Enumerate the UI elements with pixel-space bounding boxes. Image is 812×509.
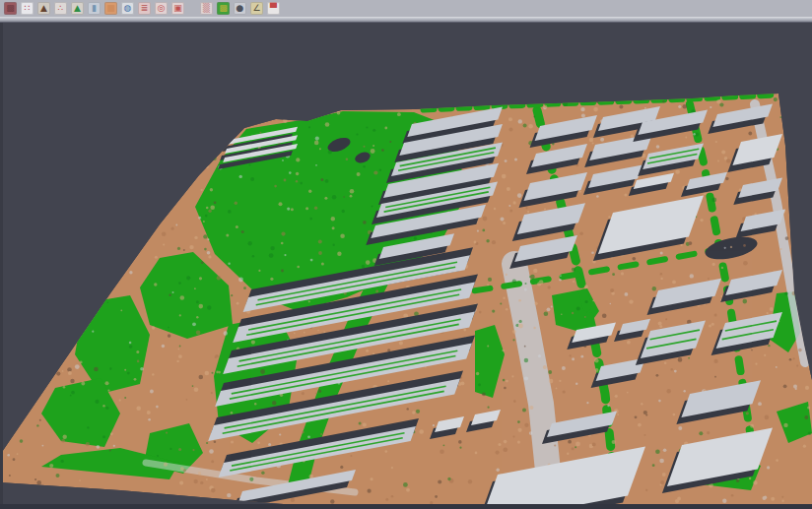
terrain-scene (0, 23, 812, 509)
terrain-mesh (0, 93, 812, 509)
crop-box-icon[interactable]: ▣ (171, 2, 184, 15)
terrain-model-icon[interactable]: ▲ (37, 2, 50, 15)
window-bottom-edge (0, 504, 812, 509)
mesh-icon[interactable]: ● (234, 2, 246, 15)
application-window: ▩∷▲∴▲▮■◍≣◎▣▒▩●∠▀ (0, 0, 812, 509)
point-cloud-icon[interactable]: ▩ (4, 2, 17, 15)
classification-icon[interactable]: ▩ (217, 2, 230, 15)
profile-icon[interactable]: ▮ (88, 2, 101, 15)
measure-icon[interactable]: ∠ (250, 2, 263, 15)
3d-viewport[interactable] (0, 23, 812, 509)
window-left-edge (0, 23, 3, 509)
sample-points-icon[interactable]: ∴ (54, 2, 67, 15)
dem-icon[interactable]: ▲ (71, 2, 84, 15)
flag-icon[interactable]: ▀ (267, 2, 280, 15)
toolbar: ▩∷▲∴▲▮■◍≣◎▣▒▩●∠▀ (0, 0, 812, 17)
noise-filter-icon[interactable]: ▒ (200, 2, 213, 15)
pick-center-icon[interactable]: ◎ (155, 2, 168, 15)
point-picking-icon[interactable]: ∷ (21, 2, 34, 15)
stacked-layers-icon[interactable]: ≣ (138, 2, 151, 15)
orthophoto-icon[interactable]: ■ (104, 2, 117, 15)
globe-icon[interactable]: ◍ (121, 2, 134, 15)
